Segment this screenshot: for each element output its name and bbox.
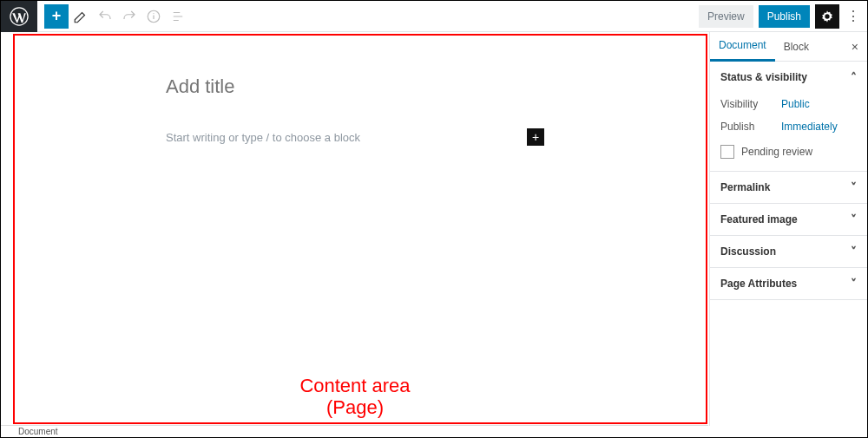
info-icon [146,9,161,24]
panel-title-status: Status & visibility [720,71,807,83]
redo-button[interactable] [117,1,141,32]
visibility-label: Visibility [720,98,781,110]
add-block-button[interactable]: + [44,4,69,29]
panel-title-permalink: Permalink [720,181,770,193]
pencil-icon [73,9,89,24]
more-menu-button[interactable]: ⋮ [845,8,860,24]
chevron-down-icon: ˅ [851,277,857,291]
publish-button[interactable]: Publish [759,5,810,28]
panel-page-attributes: Page Attributes ˅ [710,268,867,300]
annotation-label: Content area (Page) [1,375,709,419]
footer-breadcrumb: Document [1,425,708,437]
settings-sidebar: Document Block × Status & visibility ˄ V… [709,32,867,426]
panel-discussion: Discussion ˅ [710,236,867,268]
annotation-outline [13,34,707,424]
chevron-down-icon: ˅ [851,245,857,258]
panel-title-featured: Featured image [720,213,798,226]
sidebar-close-button[interactable]: × [843,40,867,54]
publish-value[interactable]: Immediately [781,121,838,133]
panel-featured-image: Featured image ˅ [710,204,867,236]
panel-head-permalink[interactable]: Permalink ˅ [710,172,867,203]
panel-head-attributes[interactable]: Page Attributes ˅ [710,268,867,299]
wordpress-icon [10,7,29,26]
chevron-down-icon: ˅ [851,212,857,226]
row-publish: Publish Immediately [720,115,857,138]
top-toolbar: + Preview Publish ⋮ [1,1,867,32]
main-area: Start writing or type / to choose a bloc… [1,32,867,426]
preview-button[interactable]: Preview [699,5,753,28]
visibility-value[interactable]: Public [781,98,810,110]
redo-icon [122,9,137,24]
row-visibility: Visibility Public [720,93,857,115]
outline-icon [170,9,186,24]
pending-review-checkbox[interactable] [720,145,734,159]
panel-title-attributes: Page Attributes [720,278,797,290]
chevron-down-icon: ˅ [851,180,857,194]
settings-button[interactable] [815,4,839,29]
chevron-up-icon: ˄ [851,70,857,84]
panel-permalink: Permalink ˅ [710,172,867,204]
tab-block[interactable]: Block [775,32,818,62]
wordpress-logo[interactable] [1,1,37,32]
outline-button[interactable] [166,1,190,32]
annotation-line1: Content area [1,375,709,396]
annotation-line2: (Page) [1,396,709,418]
edit-mode-button[interactable] [69,1,93,32]
breadcrumb-text[interactable]: Document [18,427,58,436]
pending-review-label: Pending review [741,146,812,158]
panel-head-featured[interactable]: Featured image ˅ [710,204,867,235]
panel-title-discussion: Discussion [720,245,776,258]
publish-label: Publish [720,121,781,133]
undo-button[interactable] [93,1,117,32]
panel-head-discussion[interactable]: Discussion ˅ [710,236,867,267]
sidebar-tabs: Document Block × [710,32,867,62]
tab-document[interactable]: Document [710,32,775,62]
undo-icon [97,9,113,24]
panel-status-visibility: Status & visibility ˄ Visibility Public … [710,62,867,172]
row-pending-review: Pending review [720,138,857,162]
panel-head-status[interactable]: Status & visibility ˄ [710,62,867,93]
info-button[interactable] [141,1,166,32]
gear-icon [820,10,834,23]
content-area: Start writing or type / to choose a bloc… [1,32,709,426]
